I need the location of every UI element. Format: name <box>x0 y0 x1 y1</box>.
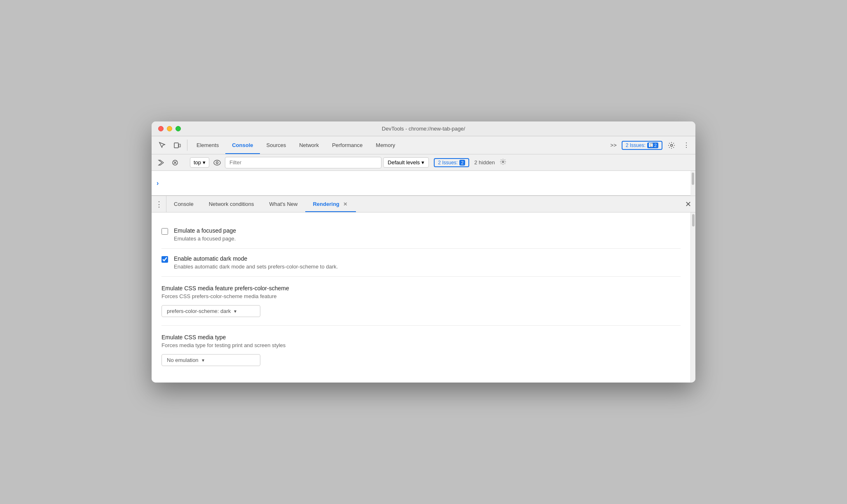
media-type-desc: Forces media type for testing print and … <box>161 342 681 348</box>
bottom-tab-whats-new[interactable]: What's New <box>262 196 306 212</box>
tab-console[interactable]: Console <box>225 136 260 154</box>
dropdown-arrow-icon: ▾ <box>234 308 236 314</box>
tab-performance[interactable]: Performance <box>325 136 369 154</box>
prefers-color-scheme-desc: Forces CSS prefers-color-scheme media fe… <box>161 293 681 299</box>
eye-button[interactable] <box>211 156 223 169</box>
bottom-panel: ⋮ Console Network conditions What's New … <box>152 196 695 383</box>
prefers-color-scheme-title: Emulate CSS media feature prefers-color-… <box>161 285 681 292</box>
more-options-button[interactable]: ⋮ <box>681 140 692 151</box>
svg-point-9 <box>214 160 220 165</box>
filter-input[interactable] <box>225 157 381 168</box>
toolbar-right: >> 2 Issues: 💬 2 ⋮ <box>607 136 692 154</box>
svg-text:💬: 💬 <box>650 143 653 147</box>
maximize-button[interactable] <box>175 126 181 131</box>
emulate-focused-desc: Emulates a focused page. <box>174 236 236 242</box>
devtools-window: DevTools - chrome://new-tab-page/ Elemen… <box>152 121 695 383</box>
rendering-scrollbar-thumb[interactable] <box>692 214 695 226</box>
bottom-tab-more-button[interactable]: ⋮ <box>152 196 166 212</box>
minimize-button[interactable] <box>167 126 172 131</box>
svg-point-10 <box>216 161 218 163</box>
emulate-focused-title: Emulate a focused page <box>174 227 236 234</box>
main-tabs: Elements Console Sources Network Perform… <box>190 136 607 154</box>
scrollbar-area <box>690 171 695 196</box>
bottom-tab-network-conditions[interactable]: Network conditions <box>201 196 262 212</box>
window-title: DevTools - chrome://new-tab-page/ <box>382 126 465 132</box>
tab-sources[interactable]: Sources <box>260 136 293 154</box>
close-bottom-panel-button[interactable]: ✕ <box>681 196 695 212</box>
dropdown-arrow-icon-2: ▾ <box>202 357 204 363</box>
device-toggle-button[interactable] <box>170 136 185 154</box>
bottom-tabs-bar: ⋮ Console Network conditions What's New … <box>152 196 695 212</box>
auto-dark-mode-texts: Enable automatic dark mode Enables autom… <box>174 255 338 270</box>
settings-button[interactable] <box>664 142 679 149</box>
emulate-focused-checkbox[interactable] <box>161 228 168 235</box>
toolbar-separator-1 <box>187 140 187 151</box>
levels-select[interactable]: Default levels ▾ <box>383 157 429 168</box>
rendering-content: Emulate a focused page Emulates a focuse… <box>152 212 690 383</box>
prefers-color-scheme-dropdown[interactable]: prefers-color-scheme: dark ▾ <box>161 305 260 317</box>
console-output-area: › <box>152 171 695 196</box>
svg-point-4 <box>671 144 673 146</box>
emulate-focused-texts: Emulate a focused page Emulates a focuse… <box>174 227 236 242</box>
traffic-lights <box>158 126 181 131</box>
context-selector[interactable]: top ▾ <box>190 157 209 168</box>
svg-rect-1 <box>179 144 180 147</box>
hidden-badge: 2 hidden <box>471 159 498 166</box>
svg-marker-5 <box>159 160 164 165</box>
main-toolbar: Elements Console Sources Network Perform… <box>152 136 695 154</box>
issues-badge[interactable]: 2 Issues: 💬 2 <box>622 141 662 150</box>
console-input-area: › <box>152 171 690 196</box>
tab-memory[interactable]: Memory <box>369 136 402 154</box>
auto-dark-mode-checkbox[interactable] <box>161 256 168 263</box>
auto-dark-mode-checkbox-wrap <box>161 256 168 263</box>
emulate-focused-checkbox-wrap <box>161 228 168 235</box>
auto-dark-mode-desc: Enables automatic dark mode and sets pre… <box>174 264 338 270</box>
issues-count-badge-2: 2 <box>459 160 465 166</box>
emulate-focused-row: Emulate a focused page Emulates a focuse… <box>161 221 681 249</box>
auto-dark-mode-row: Enable automatic dark mode Enables autom… <box>161 249 681 277</box>
media-type-dropdown[interactable]: No emulation ▾ <box>161 354 260 366</box>
inspect-element-button[interactable] <box>155 136 170 154</box>
rendering-scrollbar <box>690 212 695 383</box>
auto-dark-mode-title: Enable automatic dark mode <box>174 255 338 262</box>
filter-toggle-button[interactable] <box>169 156 181 169</box>
rendering-tab-close[interactable]: ✕ <box>342 201 349 208</box>
console-settings-button[interactable] <box>500 159 506 166</box>
media-type-section: Emulate CSS media type Forces media type… <box>161 326 681 374</box>
issues-badge-2[interactable]: 2 Issues: 2 <box>434 158 469 167</box>
bottom-tab-console[interactable]: Console <box>166 196 201 212</box>
secondary-toolbar: top ▾ Default levels ▾ 2 Issues: 2 2 hid… <box>152 154 695 171</box>
rendering-panel-body: Emulate a focused page Emulates a focuse… <box>152 212 695 383</box>
title-bar: DevTools - chrome://new-tab-page/ <box>152 121 695 136</box>
close-button[interactable] <box>158 126 164 131</box>
svg-rect-0 <box>174 143 178 148</box>
clear-console-button[interactable] <box>155 156 167 169</box>
bottom-tab-rendering[interactable]: Rendering ✕ <box>305 196 356 212</box>
tab-elements[interactable]: Elements <box>190 136 225 154</box>
scrollbar-thumb[interactable] <box>692 173 694 185</box>
svg-point-11 <box>502 161 504 163</box>
tab-network[interactable]: Network <box>292 136 325 154</box>
more-tabs-button[interactable]: >> <box>607 142 620 148</box>
media-type-title: Emulate CSS media type <box>161 334 681 341</box>
console-prompt-chevron[interactable]: › <box>157 180 159 187</box>
prefers-color-scheme-section: Emulate CSS media feature prefers-color-… <box>161 277 681 326</box>
issues-count-badge: 💬 2 <box>647 142 658 148</box>
